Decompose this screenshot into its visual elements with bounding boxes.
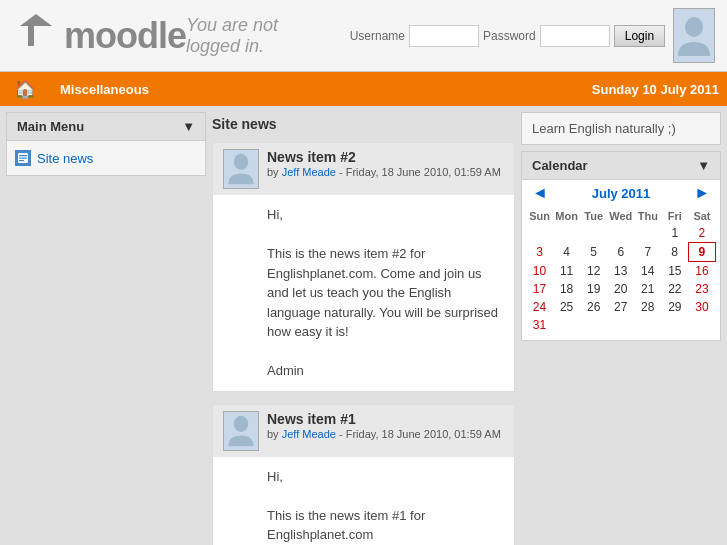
calendar-next-button[interactable]: ► [690, 184, 714, 202]
cal-day[interactable]: 14 [634, 262, 661, 281]
news-item-2-date: - Friday, 18 June 2010, 01:59 AM [339, 166, 501, 178]
cal-day[interactable]: 15 [661, 262, 688, 281]
cal-day[interactable]: 20 [607, 280, 634, 298]
cal-day [661, 316, 688, 334]
cal-day[interactable]: 1 [661, 224, 688, 243]
username-input[interactable] [409, 25, 479, 47]
news-item-1-header: News item #1 by Jeff Meade - Friday, 18 … [213, 405, 514, 457]
cal-day[interactable]: 5 [580, 243, 607, 262]
calendar-table-wrap: Sun Mon Tue Wed Thu Fri Sat 123456789101… [522, 206, 720, 340]
logo: moodle [12, 12, 186, 60]
cal-header-wed: Wed [607, 208, 634, 224]
news-item-2-header: News item #2 by Jeff Meade - Friday, 18 … [213, 143, 514, 195]
cal-day[interactable]: 27 [607, 298, 634, 316]
cal-day[interactable]: 16 [688, 262, 715, 281]
news-item-2-meta: News item #2 by Jeff Meade - Friday, 18 … [267, 149, 504, 178]
cal-day [526, 224, 553, 243]
date-display: Sunday 10 July 2011 [592, 82, 719, 97]
calendar-body: 1234567891011121314151617181920212223242… [526, 224, 716, 334]
news-item-2-author-link[interactable]: Jeff Meade [282, 166, 336, 178]
cal-day[interactable]: 21 [634, 280, 661, 298]
cal-day[interactable]: 25 [553, 298, 580, 316]
cal-day[interactable]: 4 [553, 243, 580, 262]
cal-day[interactable]: 30 [688, 298, 715, 316]
cal-day[interactable]: 29 [661, 298, 688, 316]
news-item-2-title: News item #2 [267, 149, 504, 165]
cal-day[interactable]: 23 [688, 280, 715, 298]
calendar-month-year: July 2011 [592, 186, 651, 201]
sidebar-item-site-news[interactable]: Site news [15, 147, 197, 169]
main-menu-block: Main Menu ▼ Site news [6, 112, 206, 176]
cal-day[interactable]: 24 [526, 298, 553, 316]
cal-day[interactable]: 8 [661, 243, 688, 262]
cal-day [607, 316, 634, 334]
home-icon: 🏠 [14, 79, 36, 99]
cal-header-thu: Thu [634, 208, 661, 224]
password-input[interactable] [540, 25, 610, 47]
cal-day[interactable]: 22 [661, 280, 688, 298]
cal-day [634, 316, 661, 334]
cal-day[interactable]: 26 [580, 298, 607, 316]
learn-block: Learn English naturally ;) [521, 112, 721, 145]
calendar-prev-button[interactable]: ◄ [528, 184, 552, 202]
cal-day[interactable]: 31 [526, 316, 553, 334]
cal-day[interactable]: 12 [580, 262, 607, 281]
header: moodle You are not logged in. Username P… [0, 0, 727, 72]
cal-day[interactable]: 11 [553, 262, 580, 281]
cal-day[interactable]: 10 [526, 262, 553, 281]
chevron-down-icon: ▼ [182, 119, 195, 134]
site-news-title: Site news [212, 112, 515, 136]
main-menu-items: Site news [7, 141, 205, 175]
cal-day[interactable]: 6 [607, 243, 634, 262]
cal-day[interactable]: 9 [688, 243, 715, 262]
calendar-nav: ◄ July 2011 ► [522, 180, 720, 206]
calendar-table: Sun Mon Tue Wed Thu Fri Sat 123456789101… [526, 208, 716, 334]
cal-day[interactable]: 13 [607, 262, 634, 281]
password-label: Password [483, 29, 536, 43]
news-item-2-body: Hi, This is the news item #2 for English… [213, 195, 514, 391]
cal-day[interactable]: 28 [634, 298, 661, 316]
news-item-1-title: News item #1 [267, 411, 504, 427]
sidebar: Main Menu ▼ Site news [6, 112, 206, 545]
home-button[interactable]: 🏠 [8, 74, 42, 104]
main-menu-header: Main Menu ▼ [7, 113, 205, 141]
cal-day[interactable]: 17 [526, 280, 553, 298]
logo-text: moodle [64, 15, 186, 57]
cal-day[interactable]: 2 [688, 224, 715, 243]
svg-rect-5 [19, 158, 27, 159]
calendar-title: Calendar [532, 158, 588, 173]
cal-day [580, 316, 607, 334]
svg-point-2 [685, 17, 703, 37]
navbar: 🏠 Miscellaneous Sunday 10 July 2011 [0, 72, 727, 106]
news-avatar-2-icon [227, 414, 255, 448]
header-right: You are not logged in. Username Password… [186, 8, 715, 63]
news-item-1-date: - Friday, 18 June 2010, 01:59 AM [339, 428, 501, 440]
svg-marker-0 [20, 14, 52, 26]
cal-day [634, 224, 661, 243]
content-area: Site news News item #2 by Jeff Meade - F… [212, 112, 515, 545]
miscellaneous-button[interactable]: Miscellaneous [46, 76, 163, 103]
calendar-header: Calendar ▼ [522, 152, 720, 180]
cal-day [553, 224, 580, 243]
svg-point-7 [234, 154, 248, 170]
login-form: Username Password Login [350, 25, 665, 47]
cal-day[interactable]: 3 [526, 243, 553, 262]
news-item-2-avatar [223, 149, 259, 189]
logo-icon [12, 12, 60, 60]
chevron-down-icon-cal: ▼ [697, 158, 710, 173]
cal-day[interactable]: 19 [580, 280, 607, 298]
svg-rect-4 [19, 155, 27, 156]
cal-day[interactable]: 7 [634, 243, 661, 262]
cal-day [580, 224, 607, 243]
news-item-1-byline: by Jeff Meade - Friday, 18 June 2010, 01… [267, 428, 504, 440]
cal-day[interactable]: 18 [553, 280, 580, 298]
news-icon-svg [17, 152, 29, 164]
login-button[interactable]: Login [614, 25, 665, 47]
cal-header-fri: Fri [661, 208, 688, 224]
news-item-2-byline: by Jeff Meade - Friday, 18 June 2010, 01… [267, 166, 504, 178]
news-item-1-avatar [223, 411, 259, 451]
svg-rect-1 [28, 26, 34, 46]
cal-header-mon: Mon [553, 208, 580, 224]
svg-rect-6 [19, 160, 24, 161]
news-item-1-author-link[interactable]: Jeff Meade [282, 428, 336, 440]
